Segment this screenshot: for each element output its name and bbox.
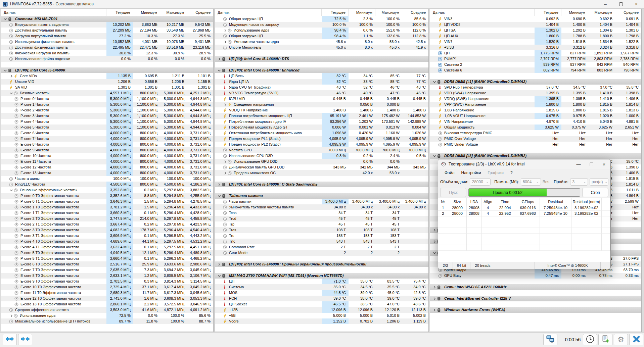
chevron-right-icon[interactable] — [223, 103, 228, 106]
sensor-row[interactable]: PMIC Over VoltageНетНетНетНет — [430, 136, 641, 142]
sensor-row[interactable]: ЦП1,775 RPM827 RPM1,892 RPM1,567 RPM — [430, 50, 641, 56]
sensor-row[interactable]: Command Rate2 T2 T2 T — [215, 244, 428, 250]
header-current[interactable]: Текущее — [535, 9, 561, 16]
linx-minimize-button[interactable]: — — [572, 159, 585, 169]
sensor-row[interactable]: P-core 3 T1 Эффективная частота3,606.9 М… — [1, 233, 213, 239]
section-header-row[interactable]: ЦП [#0]: Intel Core i5-14600K: C-State З… — [215, 182, 428, 187]
sensor-row[interactable]: Система 6802 RPM794 RPM803 RPM798 RPM — [430, 67, 641, 73]
stop-button[interactable]: Стоп — [582, 188, 608, 197]
section-header-row[interactable]: ЦП [#0]: Intel Core i5-14600K — [1, 67, 213, 73]
header-min[interactable]: Минимум — [349, 9, 375, 16]
sensor-row[interactable]: 1,8В Напряжение1.815 В1.800 В1.815 В1.81… — [430, 107, 641, 113]
sensor-row[interactable]: SA VID1.301 В1.301 В1.301 В1.301 В — [1, 85, 213, 90]
sensor-row[interactable]: Часы памяти3,400.0 МГц3,400.0 МГц3,400.0… — [215, 199, 428, 204]
runs-unit-select[interactable]: раз(а)⌄ — [590, 178, 608, 186]
sensor-row[interactable]: Частота шины100.0 МГц100.0 МГц100.0 МГц1… — [1, 176, 213, 182]
sensor-row[interactable]: VDD (SWA) Напряжение1.395 В1.395 В1.410 … — [430, 90, 641, 96]
sensor-row[interactable]: E-core 6 Частота4,000.0 МГц800.0 МГц4,00… — [1, 130, 213, 136]
section-header-row[interactable]: Тайминги памяти — [215, 193, 428, 199]
header-max[interactable]: Максимум — [160, 9, 187, 16]
sensor-row[interactable]: P-core 0 Частота5,300.0 МГц1,100.0 МГц5,… — [1, 96, 213, 102]
sensor-row[interactable]: ЦП VDD21.404 В1.400 В1.404 В1.404 В — [430, 22, 641, 28]
sensor-row[interactable]: E-core 6 T0 Эффективная частота2,516.7 М… — [1, 261, 213, 267]
chevron-down-icon[interactable] — [9, 189, 14, 192]
sensor-row[interactable]: Доступная физическая память22,495 МБ22,4… — [1, 45, 213, 50]
chevron-right-icon[interactable] — [223, 160, 228, 163]
linx-maximize-button[interactable] — [585, 159, 598, 169]
sensor-row[interactable]: Gear Mode222 — [215, 250, 428, 256]
sensor-row[interactable]: PCH39.0 °C38.0 °C39.0 °C39.0 °C — [215, 296, 428, 301]
header-min[interactable]: Минимум — [561, 9, 588, 16]
start-button[interactable]: Пуск — [440, 188, 466, 197]
sensor-row[interactable]: P-core 5 Частота5,300.0 МГц1,100.0 МГц5,… — [1, 125, 213, 130]
sensor-row[interactable]: ЦП AUX1.800 В1.788 В1.800 В1.798 В — [430, 33, 641, 39]
sensor-row[interactable]: MOS44.5 °C39.0 °C45.0 °C42.8 °C — [215, 290, 428, 296]
sensor-row[interactable]: Tras108 T108 T108 T — [215, 227, 428, 233]
sensor-row[interactable]: VDDQ (SWB) Напряжение1.395 В1.395 В1.410… — [430, 96, 641, 102]
sensor-row[interactable]: E-core 8 Частота4,000.0 МГц800.0 МГц4,00… — [1, 142, 213, 147]
section-header-row[interactable]: Сеть: Intel Wi-Fi 6E AX211 160MHz — [430, 284, 641, 290]
sensor-row[interactable]: P-core 3 T0 Эффективная частота4,082.5 М… — [1, 227, 213, 233]
sensor-row[interactable]: Умножитель тактовой частоты памяти34.00 … — [215, 204, 428, 210]
sensor-row[interactable]: Частота GPU700.0 МГц700.0 МГц700.0 МГц70… — [215, 147, 428, 153]
section-header-row[interactable]: DDR5 DIMM [#1] (BANK 0/Controller0-DIMMA… — [430, 79, 641, 85]
sensor-row[interactable]: Trp45 T45 T45 T — [215, 221, 428, 227]
header-avg[interactable]: Среднее — [615, 9, 641, 16]
header-max[interactable]: Максимум — [375, 9, 402, 16]
sensor-row[interactable]: P-core 0 T0 Эффективная частота3,352.6 М… — [1, 193, 213, 199]
minimize-button[interactable]: – — [598, 0, 613, 8]
memory-select[interactable]: 6004⌄ — [521, 178, 541, 186]
chevron-right-icon[interactable] — [432, 240, 437, 243]
exit-button[interactable] — [629, 334, 643, 345]
header-avg[interactable]: Среднее — [187, 9, 213, 16]
sensor-row[interactable]: Базовые частоты4,557.1 МГц800.0 МГц5,300… — [1, 90, 213, 96]
sensor-row[interactable]: E-core 8 T0 Эффективная частота2,633.1 М… — [1, 273, 213, 279]
sensor-row[interactable]: P-core 3 Частота5,300.0 МГц1,100.0 МГц5,… — [1, 113, 213, 119]
sensor-row[interactable]: Ring/LLC Частота4,500.0 МГц800.0 МГц4,50… — [1, 182, 213, 187]
sensor-row[interactable]: ЦП Весь82 °C34 °C85 °C77 °C — [215, 73, 428, 79]
section-header-row[interactable]: ЦП [#0]: Intel Core i5-14600K: Причины о… — [215, 261, 428, 267]
chevron-right-icon[interactable] — [9, 75, 14, 78]
chevron-right-icon[interactable] — [432, 286, 437, 289]
sensor-row[interactable]: Полная потребляемая мощность ЦП95.191 W2… — [215, 113, 428, 119]
remote-monitoring-button[interactable] — [543, 334, 557, 345]
chevron-right-icon[interactable] — [223, 40, 228, 44]
section-header-row[interactable]: MSI MAG Z790 TOMAHAWK WIFI (MS-7D91) (Nu… — [215, 273, 428, 279]
sensor-row[interactable]: Uncore VID1.206 В0.658 В1.206 В1.155 В — [1, 79, 213, 85]
sensor-row[interactable]: P-core 5 T1 Эффективная частота3,660.4 М… — [1, 256, 213, 261]
section-header-row[interactable]: Windows Hardware Errors (WHEA) — [430, 307, 641, 313]
sensor-row[interactable]: E-core 11 T0 Эффективная частота2,680.3 … — [1, 290, 213, 296]
sensor-row[interactable]: PUMP12,797 RPM2,777 RPM2,803 RPM2,788 RP… — [430, 56, 641, 62]
menu-settings[interactable]: Настройки — [458, 170, 484, 176]
sensor-row[interactable]: PMIC Under VoltageНетНетНетНет — [430, 142, 641, 147]
sensor-row[interactable]: VR VCC Температура (SVID)46 °C40 °C47 °C… — [215, 90, 428, 96]
sensor-row[interactable]: ЦП Socket46.5 °C38.5 °C47.0 °C43.6 °C — [215, 301, 428, 307]
sensor-row[interactable]: Trcd45 T45 T45 T — [215, 216, 428, 221]
section-header-row[interactable]: ЦП [#0]: Intel Core i5-14600K: Enhanced — [215, 67, 428, 73]
sensor-row[interactable]: Виртуальная память выделена10,202 МБ3,86… — [1, 22, 213, 28]
chevron-down-icon[interactable] — [432, 154, 437, 158]
chevron-down-icon[interactable] — [3, 17, 8, 21]
sensor-row[interactable]: +3,3В3.316 В3.312 В3.324 В3.318 В — [430, 45, 641, 50]
sensor-row[interactable]: +5В5.000 В5.000 В5.010 В5.002 В — [215, 313, 428, 318]
sensor-row[interactable]: Система 2839 RPM837 RPM842 RPM840 RPM — [430, 62, 641, 67]
chevron-down-icon[interactable] — [3, 69, 8, 72]
sensor-row[interactable]: P-core 4 T0 Эффективная частота4,689.6 М… — [1, 239, 213, 244]
section-header-row[interactable]: DDR5 DIMM [#3] (BANK 0/Controller1-DIMMB… — [430, 153, 641, 159]
chevron-right-icon[interactable] — [432, 229, 437, 232]
sensor-row[interactable]: Динамическая память GPU D3D343 МБ342 МБ3… — [215, 164, 428, 170]
sensor-row[interactable]: E-core 12 Частота4,000.0 МГц800.0 МГц4,0… — [1, 164, 213, 170]
chevron-right-icon[interactable] — [223, 29, 228, 32]
header-sensor[interactable]: Датчик — [430, 9, 535, 16]
sensor-row[interactable]: iGPU VID0.445 В0.445 В0.445 В0.445 В — [215, 96, 428, 102]
memory-all-label[interactable]: Вся — [543, 180, 550, 184]
sensor-row[interactable]: E-core 7 T0 Эффективная частота2,635.9 М… — [1, 267, 213, 273]
sensor-row[interactable]: Использование ядра98.4 %0.0 %151.0 %112.… — [215, 28, 428, 33]
sensor-row[interactable]: Использование файла подкачки0.0 %0.0 %0.… — [1, 56, 213, 62]
runs-select[interactable]: 3⌄ — [570, 178, 588, 186]
report-button[interactable] — [598, 334, 612, 345]
sensor-row[interactable]: SPD Hub Температура37.0 °C34.5 °C37.0 °C… — [430, 85, 641, 90]
sensor-row[interactable]: P-core 2 T1 Эффективная частота3,667.4 М… — [1, 221, 213, 227]
sensor-row[interactable]: VIN71.520 В1.518 В1.534 В1.522 В — [430, 39, 641, 45]
sensor-row[interactable]: P-core 4 Частота5,300.0 МГц1,100.0 МГц5,… — [1, 119, 213, 125]
